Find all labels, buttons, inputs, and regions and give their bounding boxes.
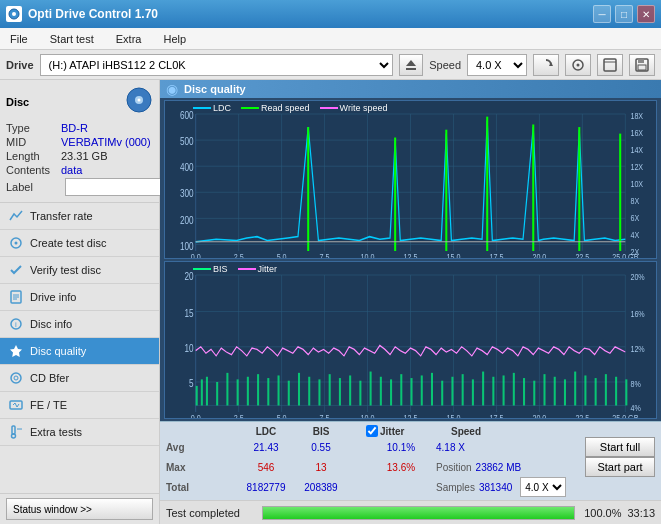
svg-text:500: 500	[180, 136, 194, 147]
eject-button[interactable]	[399, 54, 423, 76]
speed-header: Speed	[436, 426, 496, 437]
progress-percent: 100.0%	[581, 507, 621, 519]
svg-rect-126	[247, 376, 249, 405]
svg-marker-25	[10, 345, 22, 357]
svg-point-18	[15, 242, 18, 245]
speed-label: Speed	[429, 59, 461, 71]
menu-start-test[interactable]: Start test	[44, 31, 100, 47]
sidebar-item-disc-quality[interactable]: Disc quality	[0, 338, 159, 365]
ldc-color	[193, 107, 211, 109]
svg-rect-139	[380, 376, 382, 405]
read-speed-color	[241, 107, 259, 109]
svg-marker-3	[406, 60, 416, 66]
svg-rect-153	[523, 378, 525, 405]
transfer-rate-icon	[8, 208, 24, 224]
stats-panel: LDC BIS Jitter Speed Avg 21.43 0.55 10.1…	[160, 421, 661, 500]
legend-write-speed: Write speed	[320, 103, 388, 113]
drive-select[interactable]: (H:) ATAPI iHBS112 2 CL0K	[40, 54, 394, 76]
max-label: Max	[166, 462, 236, 473]
maximize-button[interactable]: □	[615, 5, 633, 23]
elapsed-time: 33:13	[627, 507, 655, 519]
svg-rect-129	[278, 375, 280, 405]
svg-rect-134	[329, 374, 331, 405]
sidebar-item-fe-te[interactable]: FE / TE	[0, 392, 159, 419]
drive-info-icon	[8, 289, 24, 305]
save-button[interactable]	[629, 54, 655, 76]
svg-text:100: 100	[180, 241, 194, 252]
sidebar-label-transfer-rate: Transfer rate	[30, 210, 93, 222]
main-layout: Disc Type BD-R MID VERBATIMv (000) Lengt…	[0, 80, 661, 524]
svg-rect-161	[605, 374, 607, 405]
svg-text:400: 400	[180, 163, 194, 174]
verify-test-disc-icon	[8, 262, 24, 278]
refresh-button[interactable]	[533, 54, 559, 76]
position-label: Position	[436, 462, 472, 473]
jitter-header-group: Jitter	[366, 425, 436, 437]
legend-ldc: LDC	[193, 103, 231, 113]
drive-label: Drive	[6, 59, 34, 71]
svg-point-26	[11, 373, 21, 383]
close-button[interactable]: ✕	[637, 5, 655, 23]
disc-panel-header: Disc	[6, 86, 153, 118]
media-button[interactable]	[565, 54, 591, 76]
write-speed-color	[320, 107, 338, 109]
menu-help[interactable]: Help	[157, 31, 192, 47]
svg-text:4X: 4X	[630, 230, 639, 240]
svg-rect-163	[625, 379, 627, 405]
sidebar-item-verify-test-disc[interactable]: Verify test disc	[0, 257, 159, 284]
sidebar-item-drive-info[interactable]: Drive info	[0, 284, 159, 311]
menu-file[interactable]: File	[4, 31, 34, 47]
svg-rect-143	[421, 375, 423, 405]
sidebar-item-transfer-rate[interactable]: Transfer rate	[0, 203, 159, 230]
start-full-button[interactable]: Start full	[585, 437, 655, 457]
bis-avg: 0.55	[296, 442, 346, 453]
svg-text:12%: 12%	[630, 344, 644, 354]
legend-jitter: Jitter	[238, 264, 278, 274]
start-part-button[interactable]: Start part	[585, 457, 655, 477]
svg-point-1	[12, 12, 16, 16]
jitter-checkbox[interactable]	[366, 425, 378, 437]
svg-text:200: 200	[180, 215, 194, 226]
sidebar-item-cd-bfer[interactable]: CD Bfer	[0, 365, 159, 392]
ldc-avg: 21.43	[236, 442, 296, 453]
ldc-max: 546	[236, 462, 296, 473]
svg-text:7.5: 7.5	[320, 252, 330, 257]
ldc-total: 8182779	[236, 482, 296, 493]
type-value: BD-R	[61, 122, 88, 134]
svg-rect-152	[513, 372, 515, 405]
svg-text:8X: 8X	[630, 196, 639, 206]
bottom-chart: BIS Jitter	[164, 261, 657, 420]
disc-mid-row: MID VERBATIMv (000)	[6, 136, 153, 148]
svg-rect-142	[411, 378, 413, 405]
svg-text:4%: 4%	[630, 402, 640, 412]
svg-text:12X: 12X	[630, 162, 643, 172]
settings-button[interactable]	[597, 54, 623, 76]
speed-dropdown[interactable]: 4.0 X 8.0 X	[520, 477, 566, 497]
speed-select[interactable]: 4.0 X 8.0 X	[467, 54, 527, 76]
sidebar-label-fe-te: FE / TE	[30, 399, 67, 411]
sidebar-item-create-test-disc[interactable]: Create test disc	[0, 230, 159, 257]
sidebar-item-extra-tests[interactable]: Extra tests	[0, 419, 159, 446]
sidebar-label-create-test-disc: Create test disc	[30, 237, 106, 249]
svg-text:15: 15	[185, 307, 194, 318]
menu-extra[interactable]: Extra	[110, 31, 148, 47]
svg-text:16%: 16%	[630, 308, 644, 318]
svg-rect-141	[400, 374, 402, 405]
sidebar-item-disc-info[interactable]: i Disc info	[0, 311, 159, 338]
titlebar-left: Opti Drive Control 1.70	[6, 6, 158, 22]
svg-rect-137	[359, 380, 361, 405]
sidebar-label-disc-info: Disc info	[30, 318, 72, 330]
stats-header-row: LDC BIS Jitter Speed	[166, 425, 655, 437]
disc-panel-title: Disc	[6, 96, 29, 108]
svg-rect-154	[533, 380, 535, 405]
status-window-button[interactable]: Status window >>	[6, 498, 153, 520]
svg-point-30	[12, 434, 16, 438]
svg-text:20.0: 20.0	[532, 252, 546, 257]
svg-rect-147	[462, 374, 464, 405]
speed-dropdown-wrap: 4.0 X 8.0 X	[520, 477, 566, 497]
svg-rect-127	[257, 374, 259, 405]
svg-rect-123	[216, 381, 218, 404]
svg-text:17.5: 17.5	[489, 252, 503, 257]
svg-point-27	[14, 376, 18, 380]
minimize-button[interactable]: ─	[593, 5, 611, 23]
